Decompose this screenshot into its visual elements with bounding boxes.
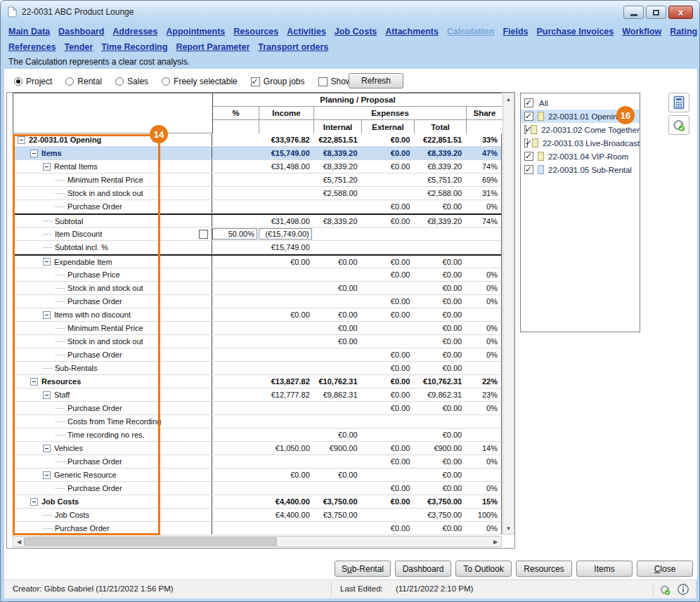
tree-expander-icon[interactable] — [30, 378, 38, 386]
minimize-button[interactable] — [623, 6, 644, 19]
horizontal-scrollbar[interactable]: ◀ ▶ — [13, 536, 502, 547]
table-row-rental-items[interactable]: Rental Items€31,498.00€8,339.20€0.00€8,3… — [13, 160, 501, 174]
tree-expander-icon[interactable] — [43, 391, 51, 399]
scroll-up-icon[interactable]: ▲ — [503, 93, 514, 105]
vertical-scrollbar[interactable]: ▲ ▼ — [503, 93, 514, 535]
job-checkbox-icon[interactable] — [524, 112, 533, 121]
table-row-items-with-no-discount[interactable]: Items with no discount€0.00€0.00€0.00€0.… — [13, 308, 501, 322]
job-filter-item-22-0031-03-live-broadcast[interactable]: 22-0031.03 Live-Broadcast — [521, 136, 640, 150]
horizontal-scroll-thumb[interactable] — [24, 537, 277, 546]
job-checkbox-icon[interactable] — [524, 138, 528, 148]
close-button[interactable]: Close — [637, 561, 693, 577]
menu-link-workflow[interactable]: Workflow — [622, 27, 661, 37]
tree-expander-icon[interactable] — [30, 498, 38, 506]
radio-rental[interactable]: Rental — [65, 77, 102, 86]
table-row-costs-from-time-recording[interactable]: Costs from Time Recording — [13, 415, 501, 428]
calculator-button[interactable] — [668, 93, 689, 112]
table-row-minimum-rental-price[interactable]: Minimum Rental Price€5,751.20€5,751.2069… — [13, 174, 501, 187]
table-row-stock-in-and-stock-out[interactable]: Stock in and stock out€2,588.00€2,588.00… — [13, 187, 501, 200]
menu-link-references[interactable]: References — [8, 42, 56, 52]
item-discount-checkbox[interactable] — [199, 230, 208, 239]
menu-link-time-recording[interactable]: Time Recording — [101, 42, 167, 52]
column-header-internal[interactable]: Internal — [314, 120, 362, 133]
recalculate-button[interactable] — [668, 115, 689, 135]
editable-pct-cell[interactable]: 50.00% — [212, 228, 257, 240]
table-row-job-costs[interactable]: Job Costs€4,400.00€3,750.00€0.00€3,750.0… — [13, 495, 501, 509]
table-row-purchase-order[interactable]: Purchase Order€0.00€0.000% — [13, 295, 501, 308]
table-row-item-discount[interactable]: Item Discount50.00%(€15,749.00) — [13, 228, 501, 241]
menu-link-tender[interactable]: Tender — [64, 42, 93, 52]
editable-income-cell[interactable]: (€15,749.00) — [259, 228, 312, 240]
job-checkbox-icon[interactable] — [524, 98, 533, 107]
menu-link-job-costs[interactable]: Job Costs — [335, 27, 377, 37]
job-checkbox-icon[interactable] — [524, 165, 533, 174]
job-filter-item-22-0031-04-vip-room[interactable]: 22-0031.04 VIP-Room — [521, 150, 640, 163]
table-row-purchase-order[interactable]: Purchase Order€0.00€0.000% — [13, 455, 501, 469]
checkbox-group-jobs[interactable]: Group jobs — [251, 77, 305, 86]
tree-expander-icon[interactable] — [43, 445, 51, 452]
table-row-job-costs[interactable]: Job Costs€4,400.00€3,750.00€3,750.00100% — [13, 509, 501, 522]
column-header-external[interactable]: External — [362, 120, 415, 133]
tree-expander-icon[interactable] — [30, 150, 38, 157]
column-header-pct[interactable]: % — [213, 107, 259, 120]
scroll-down-icon[interactable]: ▼ — [503, 523, 514, 534]
table-row-generic-resource[interactable]: Generic Resource€0.00€0.00€0.00 — [13, 469, 501, 482]
tree-expander-icon[interactable] — [43, 163, 51, 171]
title-bar[interactable]: 22-0031 ABC Product Lounge x — [1, 1, 699, 22]
tree-expander-icon[interactable] — [43, 258, 51, 266]
menu-link-transport-orders[interactable]: Transport orders — [258, 42, 328, 52]
job-filter-item-22-0031-02-come-together[interactable]: 22-0031.02 Come Together — [521, 123, 640, 136]
table-row-subtotal-incl[interactable]: Subtotal incl. %€15,749.00 — [13, 241, 501, 254]
job-checkbox-icon[interactable] — [524, 125, 526, 134]
scroll-right-icon[interactable]: ▶ — [490, 537, 501, 547]
table-row-expendable-item[interactable]: Expendable Item€0.00€0.00€0.00€0.00 — [13, 254, 501, 268]
menu-link-fields[interactable]: Fields — [503, 27, 528, 37]
menu-link-activities[interactable]: Activities — [287, 27, 326, 37]
radio-sales[interactable]: Sales — [115, 77, 148, 86]
menu-link-attachments[interactable]: Attachments — [385, 27, 439, 37]
table-row-minimum-rental-price[interactable]: Minimum Rental Price€0.00€0.000% — [13, 322, 501, 335]
menu-link-dashboard[interactable]: Dashboard — [58, 27, 104, 37]
close-window-button[interactable]: x — [668, 6, 693, 19]
items-button[interactable]: Items — [576, 561, 633, 577]
table-row-stock-in-and-stock-out[interactable]: Stock in and stock out€0.00€0.000% — [13, 335, 501, 348]
sub-rental-button[interactable]: Sub-Rental — [335, 561, 391, 577]
table-row-purchase-order[interactable]: Purchase Order€0.00€0.000% — [13, 482, 501, 495]
table-row-staff[interactable]: Staff€12,777.82€9,862.31€0.00€9,862.3123… — [13, 388, 501, 402]
table-row-purchase-order[interactable]: Purchase Order€0.00€0.000% — [13, 522, 501, 535]
table-row-purchase-price[interactable]: Purchase Price€0.00€0.000% — [13, 268, 501, 282]
radio-project[interactable]: Project — [14, 77, 52, 86]
column-header-total[interactable]: Total — [415, 120, 467, 133]
dashboard-button[interactable]: Dashboard — [395, 561, 451, 577]
column-header-share[interactable]: Share — [467, 107, 503, 120]
table-row-resources[interactable]: Resources€13,827.82€10,762.31€0.00€10,76… — [13, 375, 501, 388]
table-row-time-recording-no-res[interactable]: Time recording no res.€0.00€0.00 — [13, 428, 501, 442]
menu-link-rating[interactable]: Rating — [670, 27, 697, 37]
table-row-subtotal[interactable]: Subtotal€31,498.00€8,339.20€0.00€8,339.2… — [13, 214, 501, 228]
table-row-stock-in-and-stock-out[interactable]: Stock in and stock out€0.00€0.000% — [13, 282, 501, 295]
resources-button[interactable]: Resources — [516, 561, 572, 577]
job-filter-item-22-0031-05-sub-rental[interactable]: 22-0031.05 Sub-Rental — [521, 163, 640, 176]
menu-link-purchase-invoices[interactable]: Purchase Invoices — [537, 27, 614, 37]
table-row-sub-rentals[interactable]: Sub-Rentals€0.00€0.00 — [13, 362, 501, 375]
to-outlook-button[interactable]: To Outlook — [455, 561, 512, 577]
restore-button[interactable] — [646, 6, 666, 19]
tree-expander-icon[interactable] — [18, 136, 25, 144]
table-row-purchase-order[interactable]: Purchase Order€0.00€0.000% — [13, 200, 501, 214]
tree-expander-icon[interactable] — [43, 311, 51, 319]
menu-link-resources[interactable]: Resources — [233, 27, 278, 37]
table-row-22-0031-01-opening[interactable]: 22-0031.01 Opening€33,976.82€22,851.51€0… — [13, 133, 501, 147]
sync-ok-icon[interactable] — [658, 582, 672, 596]
column-header-income[interactable]: Income — [259, 107, 314, 120]
table-row-purchase-order[interactable]: Purchase Order€0.00€0.000% — [13, 348, 501, 362]
table-row-purchase-order[interactable]: Purchase Order€0.00€0.000% — [13, 402, 501, 415]
refresh-button[interactable]: Refresh — [349, 73, 403, 89]
menu-link-main-data[interactable]: Main Data — [8, 27, 50, 37]
table-row-items[interactable]: Items€15,749.00€8,339.20€0.00€8,339.2047… — [13, 147, 501, 160]
table-row-vehicles[interactable]: Vehicles€1,050.00€900.00€0.00€900.0014% — [13, 442, 501, 455]
scroll-left-icon[interactable]: ◀ — [13, 537, 25, 547]
menu-link-calculation[interactable]: Calculation — [447, 27, 494, 37]
menu-link-addresses[interactable]: Addresses — [112, 27, 157, 37]
column-header-expenses[interactable]: Expenses — [314, 107, 467, 120]
job-checkbox-icon[interactable] — [524, 152, 533, 161]
